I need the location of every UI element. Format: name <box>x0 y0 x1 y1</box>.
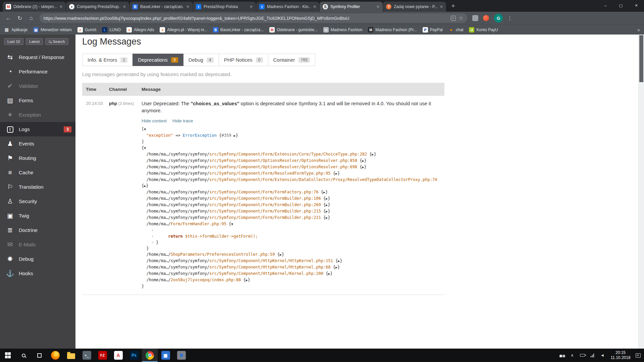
sidebar-item-logs[interactable]: !Logs3 <box>0 122 75 136</box>
taskbar-generic-app-app[interactable] <box>173 349 189 362</box>
toggle-arrow-icon[interactable]: ▼ <box>144 127 146 131</box>
sidebar-item-performance[interactable]: ◔Performance <box>0 64 75 79</box>
last-10-button[interactable]: Last 10 <box>4 38 23 45</box>
taskbar-terminal-app[interactable]: >_ <box>79 349 95 362</box>
home-icon[interactable]: ⌂ <box>26 13 36 23</box>
taskbar-task-view-button[interactable] <box>32 349 47 362</box>
maximize-button[interactable]: ▢ <box>613 0 629 11</box>
hide-trace-link[interactable]: Hide trace <box>172 118 193 124</box>
browser-tab[interactable]: fMadness Fashion - Kto...✕ <box>256 2 319 12</box>
hide-context-link[interactable]: Hide context <box>142 118 167 124</box>
taskbar-explorer-app[interactable] <box>63 349 79 362</box>
taskbar-filezilla-app[interactable]: FZ <box>95 349 110 362</box>
tab-close-icon[interactable]: ✕ <box>250 5 253 9</box>
sidebar-item-cache[interactable]: ≡Cache <box>0 165 75 180</box>
bookmark-item-odebrane-gumiskle[interactable]: MOdebrane - gumiskle... <box>269 27 317 33</box>
tab-close-icon[interactable]: ✕ <box>440 5 443 9</box>
tray-chevron-icon[interactable]: ∧ <box>567 353 577 358</box>
reload-icon[interactable]: ↻ <box>15 13 25 23</box>
bookmark-item-baselinker-zarz-dza[interactable]: BBaseLinker - zarządza... <box>213 27 264 33</box>
action-center-icon[interactable] <box>636 353 641 358</box>
sidebar-item-events[interactable]: ♟Events <box>0 136 75 151</box>
tab-php-notices[interactable]: PHP Notices0 <box>219 54 268 66</box>
tab-debug[interactable]: Debug4 <box>183 54 219 66</box>
new-tab-button[interactable]: + <box>448 1 458 11</box>
translate-icon[interactable]: A <box>451 16 456 21</box>
sidebar-item-security[interactable]: ♙Security <box>0 194 75 208</box>
taskbar-chrome-app[interactable] <box>142 349 158 362</box>
minimize-button[interactable]: ─ <box>598 0 613 11</box>
sidebar-item-doctrine[interactable]: ≣Doctrine <box>0 223 75 237</box>
tab-title: BaseLinker - zarządzan... <box>140 4 184 9</box>
browser-tab[interactable]: BBaseLinker - zarządzan...✕ <box>129 2 193 12</box>
bookmark-item-mened-er-reklam[interactable]: ▤Menedżer reklam <box>33 27 72 33</box>
sidebar-item-forms[interactable]: ▤Forms <box>0 93 75 108</box>
search-button[interactable]: Search <box>45 38 68 45</box>
browser-tab[interactable]: ●Comparing PrestaShop...✕ <box>66 2 129 12</box>
bookmark-label: Odebrane - gumiskle... <box>277 27 317 32</box>
dump-text <box>142 252 146 257</box>
sidebar-item-routing[interactable]: ⚑Routing <box>0 151 75 165</box>
taskbar-start-button[interactable] <box>0 349 16 362</box>
tab-close-icon[interactable]: ✕ <box>123 5 126 9</box>
scrollbar-thumb[interactable] <box>639 35 643 82</box>
back-icon[interactable]: ← <box>3 13 13 23</box>
tab-close-icon[interactable]: ✕ <box>376 5 380 9</box>
address-bar[interactable]: https://www.madnessfashion.pl/2oo58uj7ly… <box>40 13 467 23</box>
network-icon[interactable] <box>587 354 597 357</box>
volume-icon[interactable]: ◄ <box>597 353 607 358</box>
bookmark-item-allegro-ads[interactable]: aAllegro Ads <box>126 27 154 33</box>
bookmarks-overflow-icon[interactable]: » <box>637 27 640 33</box>
bookmark-item-paypal[interactable]: PPayPal <box>423 27 443 33</box>
browser-tab[interactable]: SSymfony Profiler✕ <box>320 2 383 12</box>
bookmark-item-madness-fashion-pr[interactable]: MMadness Fashion (Pr... <box>368 27 417 33</box>
sidebar-item-translation[interactable]: ⚐Translation <box>0 180 75 194</box>
taskbar-calculator-app[interactable]: ▦ <box>158 349 173 362</box>
browser-tab[interactable]: fPrestaShop Polska✕ <box>193 2 256 12</box>
sidebar-item-debug[interactable]: ✺Debug <box>0 252 75 266</box>
people-icon[interactable] <box>557 354 567 357</box>
bookmark-star-icon[interactable]: ☆ <box>459 15 463 21</box>
tab-close-icon[interactable]: ✕ <box>186 5 190 9</box>
browser-menu-icon[interactable]: ⋮ <box>506 15 514 21</box>
bookmark-item-luno[interactable]: LLUNO <box>102 27 120 33</box>
toggle-arrow-icon[interactable]: ▼ <box>231 222 233 226</box>
bookmark-item-madness-fashion[interactable]: ≡Madness Fashion <box>323 27 363 33</box>
tab-deprecations[interactable]: Deprecations3 <box>132 54 183 66</box>
page-scrollbar[interactable] <box>638 35 644 349</box>
calculator-icon: ▦ <box>161 351 170 360</box>
bookmark-item-konto-payu[interactable]: UKonto PayU <box>469 27 498 33</box>
tab-close-icon[interactable]: ✕ <box>59 5 63 9</box>
sidebar-item-e-mails[interactable]: ✉E-Mails <box>0 237 75 252</box>
taskbar-acrobat-app[interactable]: A <box>110 349 126 362</box>
profile-avatar[interactable]: G <box>494 14 503 22</box>
close-button[interactable]: ✕ <box>629 0 644 11</box>
dump-text: } <box>330 271 332 276</box>
sidebar-item-validator[interactable]: ✔Validator <box>0 79 75 93</box>
sidebar-item-twig[interactable]: ▣Twig <box>0 208 75 223</box>
extension-icon[interactable] <box>472 15 478 21</box>
browser-tab[interactable]: ?Zadaj nowe pytanie - P...✕ <box>383 2 446 12</box>
bookmark-item-allegro-pl-wi-cej-ni[interactable]: aAllegro.pl - Więcej ni... <box>160 27 207 33</box>
bookmark-item-chat[interactable]: ●chat <box>448 27 464 33</box>
sidebar-item-exception[interactable]: ✶Exception <box>0 108 75 122</box>
taskbar-firefox-app[interactable] <box>47 349 63 362</box>
toggle-arrow-icon[interactable]: ▼ <box>144 146 146 150</box>
bookmark-item-gumi[interactable]: aGumiś <box>77 27 97 33</box>
url-text[interactable]: https://www.madnessfashion.pl/2oo58uj7ly… <box>44 16 448 21</box>
taskbar-photoshop-app[interactable]: Ps <box>126 349 142 362</box>
sidebar-item-request-response[interactable]: ⇆Request / Response <box>0 50 75 64</box>
bookmark-item-aplikacje[interactable]: ▦Aplikacje <box>4 27 28 33</box>
ads-icon: ▤ <box>33 27 39 33</box>
latest-button[interactable]: Latest <box>26 38 43 45</box>
tab-close-icon[interactable]: ✕ <box>313 5 316 9</box>
taskbar-clock[interactable]: 20:15 11.10.2018 <box>607 350 634 360</box>
sidebar-item-hooks[interactable]: ⚓Hooks <box>0 266 75 281</box>
extension-icon[interactable] <box>483 15 489 21</box>
tab-info-errors[interactable]: Info. & Errors1 <box>82 54 133 66</box>
browser-tab[interactable]: MOdebrane (2) - sklepm...✕ <box>3 2 66 12</box>
tab-container[interactable]: Container765 <box>268 54 316 66</box>
battery-icon[interactable] <box>577 354 587 357</box>
dump-text: } <box>142 246 149 251</box>
taskbar-search-button[interactable] <box>16 349 32 362</box>
